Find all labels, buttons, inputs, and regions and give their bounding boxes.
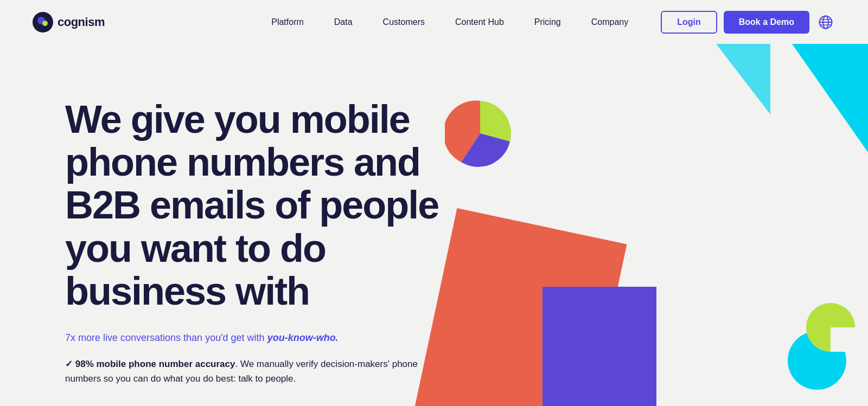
nav-item-customers[interactable]: Customers [368, 17, 440, 27]
hero-subtext-plain: 7x more live conversations than you'd ge… [65, 332, 267, 343]
shape-cyan-circle [788, 331, 846, 390]
nav-link-platform[interactable]: Platform [256, 13, 319, 31]
nav-item-pricing[interactable]: Pricing [519, 17, 576, 27]
pie-chart [445, 98, 515, 169]
shape-red-rect [414, 208, 627, 406]
logo-text: cognism [58, 15, 105, 29]
nav-link-content-hub[interactable]: Content Hub [440, 13, 519, 31]
hero-content: We give you mobile phone numbers and B2B… [65, 76, 445, 406]
book-demo-button[interactable]: Book a Demo [724, 11, 809, 34]
nav-item-content-hub[interactable]: Content Hub [440, 17, 519, 27]
nav-item-company[interactable]: Company [576, 17, 643, 27]
pie-chart-svg [445, 98, 515, 169]
svg-point-2 [42, 21, 48, 26]
login-button[interactable]: Login [661, 11, 717, 34]
nav-links: Platform Data Customers Content Hub Pric… [256, 17, 643, 27]
logo-link[interactable]: cognism [33, 12, 105, 33]
hero-bullet: ✓ 98% mobile phone number accuracy. We m… [65, 357, 445, 386]
svg-point-10 [806, 303, 855, 352]
shape-purple-rect [542, 287, 656, 406]
hero-headline: We give you mobile phone numbers and B2B… [65, 98, 445, 313]
svg-marker-11 [831, 327, 855, 352]
hero-bullet-bold: ✓ 98% mobile phone number accuracy [65, 359, 235, 369]
nav-actions: Login Book a Demo [661, 11, 835, 34]
language-selector-button[interactable] [816, 12, 835, 32]
nav-link-customers[interactable]: Customers [368, 13, 440, 31]
nav-item-data[interactable]: Data [319, 17, 368, 27]
shape-cyan-triangle [716, 44, 868, 152]
nav-item-platform[interactable]: Platform [256, 17, 319, 27]
hero-subtext: 7x more live conversations than you'd ge… [65, 332, 445, 344]
logo-icon [33, 12, 53, 33]
nav-link-company[interactable]: Company [576, 13, 643, 31]
navbar: cognism Platform Data Customers Content … [0, 0, 868, 44]
globe-icon [819, 15, 833, 29]
svg-marker-9 [716, 44, 770, 114]
shape-cyan-triangle-2 [684, 44, 770, 114]
hero-section: We give you mobile phone numbers and B2B… [0, 44, 868, 406]
hero-subtext-italic: you-know-who. [267, 332, 339, 343]
hero-graphics [380, 44, 868, 406]
svg-marker-8 [792, 44, 868, 152]
shape-green-arc [806, 303, 855, 352]
nav-link-data[interactable]: Data [319, 13, 368, 31]
nav-link-pricing[interactable]: Pricing [519, 13, 576, 31]
